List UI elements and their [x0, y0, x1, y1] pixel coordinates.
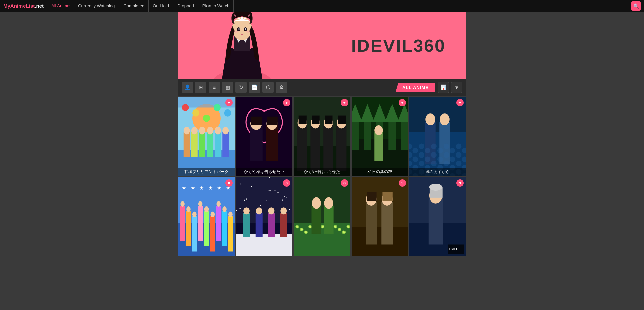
- anime-card[interactable]: 9: [352, 177, 408, 256]
- export-toolbar-btn[interactable]: ⬡: [262, 82, 274, 93]
- svg-point-118: [186, 206, 191, 212]
- anime-card[interactable]: ♥31日の葉の灰: [352, 97, 408, 176]
- list-toolbar-btn[interactable]: ≡: [209, 82, 220, 93]
- svg-text:★: ★: [191, 185, 195, 191]
- svg-point-94: [419, 161, 424, 166]
- svg-point-81: [450, 148, 455, 153]
- svg-point-159: [251, 186, 252, 187]
- svg-rect-38: [267, 117, 277, 125]
- svg-point-179: [309, 226, 311, 228]
- svg-point-30: [214, 104, 221, 111]
- heart-badge: ♥: [341, 99, 348, 106]
- svg-point-96: [444, 161, 449, 166]
- anime-card[interactable]: ★★★★★★8: [178, 177, 235, 256]
- profile-toolbar-btn[interactable]: 👤: [182, 82, 193, 93]
- svg-point-70: [425, 113, 435, 125]
- anime-card[interactable]: 8: [236, 177, 292, 256]
- file-toolbar-btn[interactable]: 📄: [249, 82, 260, 93]
- svg-point-10: [246, 31, 250, 33]
- svg-point-147: [269, 190, 270, 191]
- svg-point-120: [192, 212, 197, 217]
- svg-rect-61: [388, 118, 396, 150]
- anime-card[interactable]: 8: [294, 177, 350, 256]
- svg-point-177: [305, 231, 307, 233]
- svg-point-21: [207, 127, 213, 134]
- svg-rect-121: [198, 206, 203, 241]
- anime-title-jp: かぐや様は…らせた: [294, 168, 350, 176]
- svg-rect-14: [184, 132, 190, 157]
- svg-point-175: [301, 228, 303, 230]
- nav-completed[interactable]: Completed: [119, 0, 149, 12]
- svg-rect-37: [251, 117, 262, 125]
- svg-point-144: [289, 209, 290, 210]
- svg-point-8: [245, 28, 246, 30]
- search-button[interactable]: 🔍: [631, 1, 641, 11]
- anime-card[interactable]: ♥かぐや様は告らせたい: [236, 97, 292, 176]
- svg-point-90: [437, 156, 443, 162]
- svg-rect-33: [250, 125, 263, 161]
- svg-rect-20: [207, 132, 213, 157]
- filter-toolbar-btn[interactable]: ▼: [451, 82, 462, 93]
- svg-rect-164: [256, 213, 263, 237]
- nav-links: All Anime Currently Watching Completed O…: [47, 0, 641, 12]
- svg-text:DVD: DVD: [449, 247, 457, 251]
- nav-currently-watching[interactable]: Currently Watching: [74, 0, 119, 12]
- svg-point-79: [425, 148, 430, 153]
- anime-card[interactable]: ♥凪のあすから: [409, 97, 466, 176]
- svg-rect-46: [312, 116, 320, 124]
- svg-point-17: [191, 127, 198, 134]
- svg-rect-129: [222, 211, 227, 246]
- svg-point-142: [282, 200, 283, 201]
- nav-on-hold[interactable]: On Hold: [149, 0, 173, 12]
- anime-card[interactable]: DVD9: [409, 177, 466, 256]
- refresh-toolbar-btn[interactable]: ↻: [235, 82, 247, 93]
- svg-rect-49: [325, 116, 332, 124]
- svg-rect-162: [243, 213, 250, 237]
- svg-point-89: [425, 156, 430, 162]
- svg-point-163: [243, 207, 250, 214]
- anime-card[interactable]: ♥かぐや様は…らせた: [294, 97, 350, 176]
- anime-card[interactable]: ♥甘城ブリリアントパーク: [178, 97, 235, 176]
- svg-point-80: [437, 148, 443, 153]
- grid-toolbar-btn[interactable]: ⊞: [195, 82, 206, 93]
- svg-point-219: [429, 184, 442, 191]
- svg-point-75: [431, 144, 437, 149]
- svg-rect-115: [180, 206, 185, 241]
- svg-point-157: [270, 190, 271, 191]
- settings-toolbar-btn[interactable]: ⚙: [276, 82, 287, 93]
- navbar: MyAnimeList.net All Anime Currently Watc…: [0, 0, 644, 12]
- svg-rect-18: [199, 132, 205, 157]
- banner-character: [182, 12, 303, 79]
- svg-point-88: [412, 156, 418, 162]
- svg-rect-210: [381, 202, 393, 245]
- nav-dropped[interactable]: Dropped: [173, 0, 198, 12]
- nav-plan-to-watch[interactable]: Plan to Watch: [198, 0, 234, 12]
- heart-badge: ♥: [283, 99, 290, 106]
- svg-point-197: [347, 226, 349, 228]
- svg-point-74: [419, 144, 424, 149]
- svg-point-9: [234, 31, 238, 33]
- svg-point-84: [419, 152, 424, 158]
- table-toolbar-btn[interactable]: ▦: [222, 82, 233, 93]
- svg-point-203: [312, 197, 321, 209]
- svg-text:★: ★: [208, 185, 213, 191]
- heart-badge: ♥: [456, 99, 464, 106]
- svg-point-116: [180, 201, 185, 207]
- svg-rect-204: [324, 206, 333, 234]
- svg-rect-213: [382, 192, 392, 201]
- site-brand[interactable]: MyAnimeList.net: [3, 3, 44, 9]
- svg-point-193: [338, 228, 340, 230]
- svg-point-28: [192, 109, 199, 117]
- svg-point-151: [244, 200, 245, 201]
- chart-toolbar-btn[interactable]: 📊: [438, 82, 449, 93]
- svg-rect-117: [186, 211, 191, 246]
- svg-point-146: [266, 200, 267, 201]
- nav-all-anime[interactable]: All Anime: [47, 0, 74, 12]
- svg-rect-65: [374, 132, 383, 161]
- svg-point-72: [440, 113, 449, 125]
- svg-rect-41: [297, 125, 307, 171]
- svg-rect-47: [323, 125, 333, 171]
- svg-point-150: [240, 184, 241, 185]
- svg-point-132: [228, 212, 233, 217]
- svg-rect-127: [216, 206, 221, 241]
